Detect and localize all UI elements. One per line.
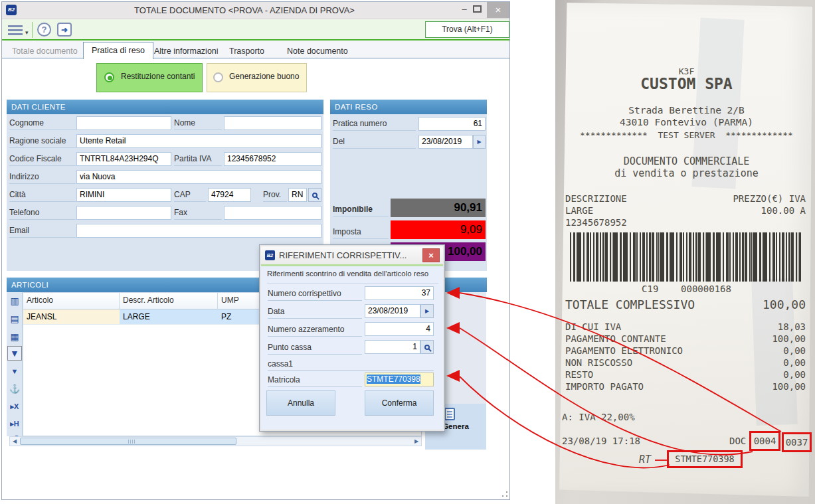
goto-h-icon[interactable]: ▸H (8, 417, 21, 430)
receipt-rt-label: RT (639, 454, 651, 465)
filter-icon: ▼ (8, 347, 21, 360)
dialog-logo-icon: B2 (265, 250, 275, 260)
search-icon (424, 345, 430, 350)
col-articolo[interactable]: Articolo (23, 293, 120, 309)
dialog-subtitle: Riferimenti scontrino di vendita dell'ar… (267, 270, 438, 284)
partita-iva-label: Partita IVA (174, 153, 222, 166)
del-date-input[interactable]: 23/08/2019 (418, 135, 473, 149)
telefono-input[interactable] (76, 206, 171, 220)
punto-cassa-search-button[interactable] (420, 340, 434, 354)
view-grid-icon[interactable]: ▦ (8, 330, 21, 343)
minimize-button[interactable]: – (458, 4, 470, 15)
tab-pratica-di-reso[interactable]: Pratica di reso (83, 42, 153, 59)
codice-fiscale-input[interactable]: TNTRTL84A23H294Q (76, 152, 171, 166)
data-picker-button[interactable]: ▶ (420, 304, 434, 318)
receipt-total-row: TOTALE COMPLESSIVO 100,00 (565, 297, 806, 311)
ragione-sociale-input[interactable]: Utente Retail (76, 134, 321, 148)
col-descr-articolo[interactable]: Descr. Articolo (120, 293, 218, 309)
filter-active-frame[interactable]: ▼ (7, 346, 22, 361)
trova-shortcut[interactable]: Trova (Alt+F1) (425, 21, 509, 38)
data-label: Data (268, 305, 362, 319)
scroll-right-icon[interactable]: ▶ (412, 437, 421, 446)
doc-seq-highlight: 0037 (782, 432, 812, 452)
numero-azzeramento-label: Numero azzeramento (268, 323, 362, 337)
prov-input[interactable]: RN (288, 188, 307, 202)
dati-reso-header: DATI RESO (330, 100, 487, 114)
receipt-row: PAGAMENTO CONTANTE100,00 (565, 333, 806, 344)
tab-note-documento[interactable]: Note documento (287, 44, 348, 58)
exit-icon[interactable]: ➜ (57, 23, 72, 37)
numero-corrispettivo-input[interactable]: 37 (365, 286, 434, 300)
receipt-address2: 43010 Fontevivo (PARMA) (562, 117, 811, 127)
nome-input[interactable] (224, 116, 321, 130)
del-date-picker-button[interactable]: ▶ (473, 135, 486, 149)
codice-fiscale-label: Codice Fiscale (9, 153, 76, 166)
screen: B2 TOTALE DOCUMENTO <PROVA - AZIENDA DI … (0, 0, 815, 504)
radio-restituzione-icon[interactable] (104, 72, 114, 82)
nome-label: Nome (174, 117, 222, 130)
filter-clear-icon[interactable]: ▼ (8, 365, 21, 378)
cap-input[interactable]: 47924 (208, 188, 251, 202)
matricola-input[interactable]: STMTE770398 (365, 373, 434, 386)
receipt-row: IMPORTO PAGATO100,00 (565, 381, 806, 392)
scroll-left-icon[interactable]: ◀ (10, 437, 19, 446)
scrollbar-thumb[interactable] (20, 438, 236, 445)
cell-articolo[interactable]: JEANSL (23, 309, 120, 325)
prov-search-button[interactable] (308, 188, 321, 202)
annulla-button[interactable]: Annulla (266, 390, 335, 416)
genera-document-icon[interactable] (444, 408, 455, 420)
goto-x-icon[interactable]: ▸X (8, 400, 21, 413)
cassa-desc: cassa1 (268, 358, 434, 371)
dialog-close-icon[interactable]: × (422, 248, 440, 262)
cap-label: CAP (174, 189, 206, 202)
fax-input[interactable] (224, 206, 321, 220)
menu-icon[interactable] (8, 25, 23, 27)
punto-cassa-input[interactable]: 1 (365, 340, 420, 354)
receipt-iva-line: A: IVA 22,00% (562, 412, 635, 422)
window-title: TOTALE DOCUMENTO <PROVA - AZIENDA DI PRO… (2, 2, 487, 19)
ragione-sociale-label: Ragione sociale (9, 135, 76, 148)
generazione-label: Generazione buono (229, 72, 299, 81)
conferma-button[interactable]: Conferma (365, 390, 434, 416)
tab-trasporto[interactable]: Trasporto (229, 44, 264, 58)
punto-cassa-label: Punto cassa (268, 341, 362, 355)
data-input[interactable]: 23/08/2019 (365, 304, 420, 318)
view-list-icon[interactable]: ▤ (8, 312, 21, 325)
toolbar-separator (32, 22, 33, 38)
numero-azzeramento-input[interactable]: 4 (365, 322, 434, 336)
indirizzo-input[interactable]: via Nuova (76, 170, 321, 184)
email-label: Email (9, 224, 76, 238)
view-columns-icon[interactable]: ▥ (8, 294, 21, 307)
anchor-icon[interactable]: ⚓ (8, 382, 21, 396)
citta-input[interactable]: RIMINI (76, 188, 171, 202)
receipt-columns-row: DESCRIZIONE PREZZO(€) IVA (565, 193, 806, 204)
cell-descr[interactable]: LARGE (120, 309, 218, 325)
serial-highlight: STMTE770398 (667, 450, 743, 468)
maximize-button[interactable] (473, 5, 482, 13)
indirizzo-label: Indirizzo (9, 171, 76, 184)
receipt-doc-label: DOC (729, 436, 746, 446)
receipt-item-row: LARGE 100.00 A (565, 205, 806, 216)
resize-grip[interactable] (501, 490, 509, 498)
receipt-datetime: 23/08/19 17:18 (562, 436, 640, 446)
del-label: Del (333, 135, 416, 149)
imponibile-label: Imponibile (333, 203, 389, 216)
menu-dropdown-icon[interactable]: ▾ (25, 29, 29, 36)
radio-generazione-icon[interactable] (213, 72, 223, 82)
pratica-numero-input[interactable]: 61 (418, 117, 486, 131)
receipt-row: RESTO0,00 (565, 369, 806, 380)
receipt-server-line: ************* TEST SERVER ************* (562, 130, 811, 140)
close-button[interactable]: × (487, 2, 509, 18)
help-icon[interactable]: ? (37, 23, 51, 37)
tab-altre-informazioni[interactable]: Altre informazioni (154, 44, 219, 58)
imponibile-value: 90,91 (391, 199, 486, 217)
tab-totale-documento[interactable]: Totale documento (12, 44, 78, 58)
email-input[interactable] (76, 224, 321, 238)
receipt-address1: Strada Berettine 2/B (562, 105, 811, 116)
receipt-row: NON RISCOSSO0,00 (565, 357, 806, 368)
dati-cliente-header: DATI CLIENTE (7, 100, 323, 114)
partita-iva-input[interactable]: 12345678952 (224, 152, 321, 166)
receipt-item-code: 12345678952 (565, 217, 627, 228)
cognome-input[interactable] (76, 116, 171, 130)
receipt-row: DI CUI IVA18,03 (565, 321, 806, 332)
